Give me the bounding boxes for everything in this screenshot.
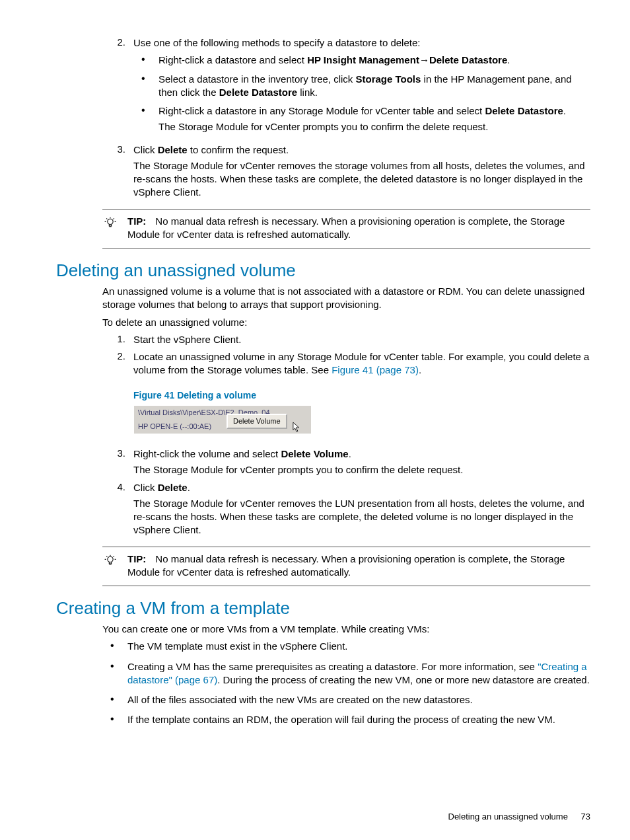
step-3: 3. Click Delete to confirm the request. … bbox=[102, 143, 590, 200]
sec1-step-4: 4. Click Delete. The Storage Module for … bbox=[102, 481, 590, 537]
bold: Delete bbox=[158, 144, 188, 155]
text: . bbox=[507, 54, 510, 65]
text: Creating a VM has the same prerequisites… bbox=[127, 661, 538, 672]
text: . bbox=[349, 448, 351, 459]
tip-label: TIP: bbox=[127, 215, 146, 227]
section2-body: You can create one or more VMs from a VM… bbox=[102, 623, 590, 636]
steps-block-a: 2. Use one of the following methods to s… bbox=[102, 36, 590, 200]
text: Click bbox=[133, 144, 158, 155]
text: to confirm the request. bbox=[188, 144, 289, 155]
bold: Delete bbox=[158, 482, 188, 493]
sec1-step-1: 1. Start the vSphere Client. bbox=[102, 333, 590, 346]
delete-volume-menu-item[interactable]: Delete Volume bbox=[227, 414, 287, 429]
figure-caption: Figure 41 Deleting a volume bbox=[133, 389, 590, 402]
text: If the template contains an RDM, the ope… bbox=[127, 714, 555, 725]
step-2-bullet-3: Right-click a datastore in any Storage M… bbox=[133, 104, 590, 134]
section1-body: An unassigned volume is a volume that is… bbox=[102, 285, 590, 537]
bold: HP Insight Management bbox=[307, 54, 419, 65]
svg-point-1 bbox=[108, 556, 113, 562]
text: Right-click a datastore in any Storage M… bbox=[158, 105, 485, 116]
step-2-number: 2. bbox=[102, 36, 133, 139]
text: Right-click a datastore and select bbox=[158, 54, 307, 65]
heading-creating-vm-from-template: Creating a VM from a template bbox=[56, 598, 590, 619]
bold: Storage Tools bbox=[355, 73, 421, 85]
tip-icon bbox=[102, 215, 118, 242]
figure-41-image: \Virtual Disks\Viper\ESX-D\E2_Demo_04 HP… bbox=[133, 405, 312, 434]
list-item: Creating a VM has the same prerequisites… bbox=[102, 660, 590, 687]
figure-link[interactable]: Figure 41 (page 73) bbox=[332, 364, 419, 375]
num: 3. bbox=[102, 447, 133, 477]
tip-body: TIP:No manual data refresh is necessary.… bbox=[127, 553, 590, 580]
section2-bullets: The VM template must exist in the vSpher… bbox=[102, 640, 590, 726]
text: . During the process of creating the new… bbox=[217, 674, 590, 685]
list-item: The VM template must exist in the vSpher… bbox=[102, 640, 590, 653]
step-3-number: 3. bbox=[102, 143, 133, 200]
bold: Delete Volume bbox=[281, 448, 348, 459]
text: The VM template must exist in the vSpher… bbox=[127, 640, 347, 652]
svg-point-0 bbox=[108, 219, 113, 224]
step-2: 2. Use one of the following methods to s… bbox=[102, 36, 590, 139]
tip-text: No manual data refresh is necessary. Whe… bbox=[127, 553, 565, 578]
step-2-bullet-2: Select a datastore in the inventory tree… bbox=[133, 73, 590, 100]
num: 4. bbox=[102, 481, 133, 537]
step-3-followon: The Storage Module for vCenter removes t… bbox=[133, 159, 590, 200]
text: Right-click the volume and select bbox=[133, 448, 281, 459]
text: . bbox=[419, 364, 421, 375]
tip-body: TIP:No manual data refresh is necessary.… bbox=[127, 215, 590, 242]
step-2-bullet-1: Right-click a datastore and select HP In… bbox=[133, 54, 590, 67]
text: . bbox=[188, 482, 190, 493]
heading-deleting-unassigned-volume: Deleting an unassigned volume bbox=[56, 260, 590, 281]
tip-label: TIP: bbox=[127, 553, 146, 564]
bold: Delete Datastore bbox=[219, 87, 297, 98]
bold: Delete Datastore bbox=[485, 105, 563, 116]
list-item: If the template contains an RDM, the ope… bbox=[102, 713, 590, 726]
text: link. bbox=[297, 87, 318, 98]
sec1-step-2: 2. Locate an unassigned volume in any St… bbox=[102, 350, 590, 443]
footer-title: Deleting an unassigned volume bbox=[448, 812, 568, 821]
document-page: 2. Use one of the following methods to s… bbox=[0, 0, 630, 840]
para: An unassigned volume is a volume that is… bbox=[102, 285, 590, 312]
tip-text: No manual data refresh is necessary. Whe… bbox=[127, 215, 565, 240]
followon: The Storage Module for vCenter prompts y… bbox=[133, 463, 590, 477]
text: Select a datastore in the inventory tree… bbox=[158, 73, 355, 85]
step-2-text: Use one of the following methods to spec… bbox=[133, 36, 590, 50]
tip-callout-2: TIP:No manual data refresh is necessary.… bbox=[102, 547, 590, 587]
text: All of the files associated with the new… bbox=[127, 694, 473, 705]
sec1-step-3: 3. Right-click the volume and select Del… bbox=[102, 447, 590, 477]
text: . bbox=[563, 105, 566, 116]
para: To delete an unassigned volume: bbox=[102, 316, 590, 329]
list-item: All of the files associated with the new… bbox=[102, 693, 590, 706]
para: You can create one or more VMs from a VM… bbox=[102, 623, 590, 636]
tip-icon bbox=[102, 553, 118, 580]
num: 1. bbox=[102, 333, 133, 346]
num: 2. bbox=[102, 350, 133, 443]
page-footer: Deleting an unassigned volume 73 bbox=[448, 812, 591, 821]
arrow: → bbox=[419, 54, 429, 65]
text: Start the vSphere Client. bbox=[133, 333, 590, 346]
bold: Delete Datastore bbox=[429, 54, 507, 65]
text: Click bbox=[133, 482, 158, 493]
cursor-icon bbox=[293, 422, 302, 436]
followon-text: The Storage Module for vCenter prompts y… bbox=[158, 120, 590, 134]
tip-callout-1: TIP:No manual data refresh is necessary.… bbox=[102, 209, 590, 249]
page-number: 73 bbox=[581, 812, 590, 821]
followon: The Storage Module for vCenter removes t… bbox=[133, 497, 590, 537]
